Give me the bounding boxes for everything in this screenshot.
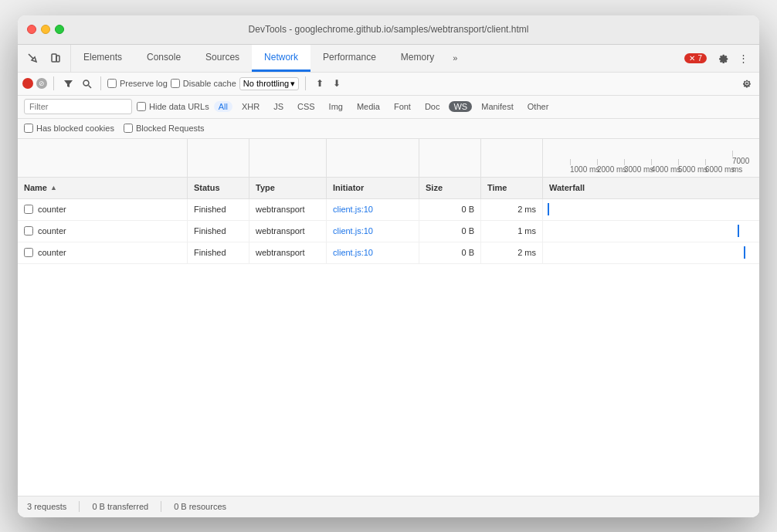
td-type: webtransport [249,221,327,242]
filter-icon[interactable] [60,76,76,91]
error-icon: ✕ [689,54,695,63]
timeline-tick: 2000 ms [597,159,626,174]
throttle-select[interactable]: No throttling ▾ [239,77,299,90]
status-divider-2 [161,501,161,512]
filter-manifest[interactable]: Manifest [477,101,518,112]
svg-point-2 [83,80,89,86]
timeline-tick: 7000 ms [732,151,759,174]
toolbar-divider-1 [53,76,54,90]
waterfall-indicator [738,225,739,237]
search-icon[interactable] [79,76,94,91]
export-icon[interactable]: ⬇ [329,76,344,91]
window-title: DevTools - googlechrome.github.io/sample… [249,24,529,35]
more-options-button[interactable]: ⋮ [733,48,753,68]
timeline-tick: 6000 ms [705,159,735,174]
row-checkbox[interactable] [24,248,33,257]
error-badge[interactable]: ✕ 7 [684,53,707,63]
checkbox-bar: Has blocked cookies Blocked Requests [18,119,759,139]
filter-all[interactable]: All [214,101,232,112]
disable-cache-checkbox[interactable]: Disable cache [171,79,236,88]
th-waterfall[interactable]: Waterfall [543,178,759,198]
td-status: Finished [188,221,249,242]
td-waterfall [543,199,759,220]
timeline-header: 1000 ms2000 ms3000 ms4000 ms5000 ms6000 … [18,139,759,178]
timeline-tick: 4000 ms [651,159,680,174]
stop-button[interactable]: ⊘ [36,78,47,89]
filter-doc[interactable]: Doc [420,101,445,112]
td-size: 0 B [419,242,481,263]
devtools-window: DevTools - googlechrome.github.io/sample… [18,15,759,517]
blocked-requests-checkbox[interactable]: Blocked Requests [124,124,205,133]
record-button[interactable] [22,78,33,89]
td-type: webtransport [249,199,327,220]
network-table: Name ▲ Status Type Initiator Size [18,178,759,496]
table-header: Name ▲ Status Type Initiator Size [18,178,759,199]
network-toolbar: ⊘ Preserve log Disable cache [18,73,759,96]
device-toolbar-icon[interactable] [46,48,66,68]
filter-input[interactable] [24,99,132,114]
td-time: 2 ms [481,199,543,220]
filter-font[interactable]: Font [389,101,416,112]
th-time[interactable]: Time [481,178,543,198]
filter-img[interactable]: Img [324,101,348,112]
td-waterfall [543,242,759,263]
svg-line-3 [88,85,91,88]
traffic-lights [27,25,64,34]
td-time: 1 ms [481,221,543,242]
import-export-icons: ⬆ ⬇ [312,76,344,91]
more-tabs-button[interactable]: » [446,45,463,72]
table-row[interactable]: counter Finished webtransport client.js:… [18,242,759,264]
th-status[interactable]: Status [188,178,249,198]
preserve-log-checkbox[interactable]: Preserve log [107,79,168,88]
tab-right-controls: ✕ 7 ⋮ [684,45,759,72]
requests-count: 3 requests [27,502,66,511]
filter-js[interactable]: JS [269,101,288,112]
th-name[interactable]: Name ▲ [18,178,188,198]
status-divider-1 [79,501,80,512]
inspector-icon[interactable] [22,48,42,68]
sort-arrow-icon: ▲ [50,184,57,191]
filter-css[interactable]: CSS [293,101,320,112]
tab-sources[interactable]: Sources [193,45,252,72]
title-bar: DevTools - googlechrome.github.io/sample… [18,15,759,45]
table-row[interactable]: counter Finished webtransport client.js:… [18,221,759,242]
initiator-link[interactable]: client.js:10 [333,248,373,257]
th-size[interactable]: Size [419,178,481,198]
import-icon[interactable]: ⬆ [312,76,327,91]
network-settings-icon[interactable] [739,76,755,91]
has-blocked-cookies-checkbox[interactable]: Has blocked cookies [24,124,114,133]
td-type: webtransport [249,242,327,263]
td-waterfall [543,221,759,242]
timeline-time-col [481,139,543,177]
hide-data-urls-checkbox[interactable]: Hide data URLs [137,102,209,111]
initiator-link[interactable]: client.js:10 [333,226,373,236]
error-count: 7 [697,54,702,63]
minimize-button[interactable] [41,25,50,34]
settings-button[interactable] [713,48,733,68]
filter-other[interactable]: Other [523,101,554,112]
close-button[interactable] [27,25,36,34]
table-row[interactable]: counter Finished webtransport client.js:… [18,199,759,221]
th-type[interactable]: Type [249,178,327,198]
tab-console[interactable]: Console [134,45,193,72]
td-size: 0 B [419,221,481,242]
waterfall-indicator [744,246,745,259]
resources-size: 0 B resources [174,502,226,511]
tab-performance[interactable]: Performance [310,45,388,72]
filter-media[interactable]: Media [352,101,385,112]
main-content: 1000 ms2000 ms3000 ms4000 ms5000 ms6000 … [18,139,759,496]
row-checkbox[interactable] [24,205,33,214]
tab-memory[interactable]: Memory [388,45,446,72]
waterfall-indicator [548,203,549,215]
td-name: counter [18,199,188,220]
row-checkbox[interactable] [24,226,33,236]
svg-rect-0 [52,54,56,62]
maximize-button[interactable] [55,25,64,34]
tab-network[interactable]: Network [252,45,310,72]
tab-elements[interactable]: Elements [71,45,134,72]
table-body: counter Finished webtransport client.js:… [18,199,759,264]
th-initiator[interactable]: Initiator [327,178,419,198]
filter-ws-active[interactable]: WS [449,101,472,112]
initiator-link[interactable]: client.js:10 [333,205,373,214]
filter-xhr[interactable]: XHR [237,101,264,112]
